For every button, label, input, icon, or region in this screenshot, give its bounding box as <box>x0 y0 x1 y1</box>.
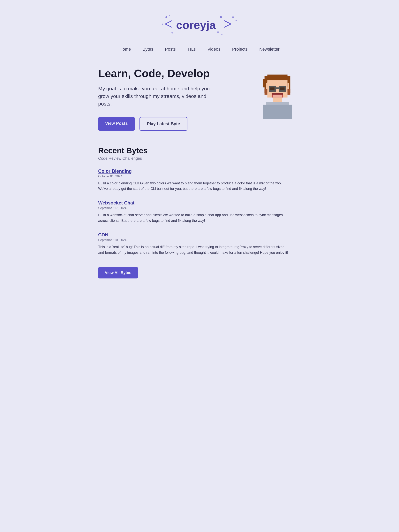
byte-date-2: September 17, 2024 <box>98 206 301 210</box>
svg-rect-41 <box>288 89 290 95</box>
recent-bytes-subtitle: Code Review Challenges <box>98 156 301 161</box>
recent-bytes-section: Recent Bytes Code Review Challenges Colo… <box>92 146 307 290</box>
byte-link-3[interactable]: CDN <box>98 232 108 238</box>
svg-point-2 <box>162 24 163 25</box>
svg-rect-31 <box>285 86 286 92</box>
svg-point-11 <box>169 15 170 16</box>
view-posts-button[interactable]: View Posts <box>98 117 135 131</box>
svg-point-6 <box>232 16 234 18</box>
main-nav: Home Bytes Posts TILs Videos Projects Ne… <box>0 41 399 56</box>
byte-desc-2: Build a websocket chat server and client… <box>98 212 289 223</box>
svg-point-1 <box>165 16 167 18</box>
svg-point-10 <box>171 32 173 33</box>
byte-item-3: CDN September 10, 2024 This is a 'real l… <box>98 232 301 255</box>
byte-link-1[interactable]: Color Blending <box>98 168 132 174</box>
nav-tils[interactable]: TILs <box>187 47 196 52</box>
hero-section: Learn, Code, Develop My goal is to make … <box>92 67 307 131</box>
byte-desc-1: Build a color blending CLI! Given two co… <box>98 181 289 192</box>
hero-avatar <box>254 72 301 126</box>
site-logo-svg: < coreyja > <box>161 12 238 37</box>
svg-rect-39 <box>263 105 292 119</box>
play-latest-byte-button[interactable]: Play Latest Byte <box>140 117 187 131</box>
svg-point-9 <box>221 34 223 35</box>
byte-link-2[interactable]: Websocket Chat <box>98 200 135 206</box>
nav-projects[interactable]: Projects <box>232 47 248 52</box>
byte-date-1: October 01, 2024 <box>98 175 301 178</box>
byte-item-2: Websocket Chat September 17, 2024 Build … <box>98 200 301 223</box>
nav-home[interactable]: Home <box>119 47 131 52</box>
hero-subtitle: My goal is to make you feel at home and … <box>98 85 211 108</box>
byte-date-3: September 10, 2024 <box>98 238 301 242</box>
svg-rect-25 <box>275 86 276 92</box>
hero-text-block: Learn, Code, Develop My goal is to make … <box>98 67 211 131</box>
svg-point-8 <box>217 31 219 33</box>
recent-bytes-title: Recent Bytes <box>98 146 301 155</box>
svg-rect-36 <box>273 95 282 98</box>
svg-rect-33 <box>276 88 279 89</box>
nav-newsletter[interactable]: Newsletter <box>259 47 280 52</box>
svg-rect-32 <box>280 88 285 90</box>
svg-text:<: < <box>164 15 173 32</box>
hero-title: Learn, Code, Develop <box>98 67 211 79</box>
nav-bytes[interactable]: Bytes <box>143 47 153 52</box>
svg-point-5 <box>220 16 222 18</box>
svg-text:>: > <box>223 15 232 32</box>
site-logo-wrap[interactable]: < coreyja > <box>161 12 238 37</box>
svg-rect-30 <box>279 86 280 92</box>
byte-desc-3: This is a 'real life' bug! This is an ac… <box>98 244 289 255</box>
nav-videos[interactable]: Videos <box>207 47 220 52</box>
svg-rect-37 <box>273 98 282 102</box>
nav-posts[interactable]: Posts <box>165 47 176 52</box>
avatar-svg <box>254 72 301 126</box>
site-header: < coreyja > <box>0 0 399 41</box>
svg-text:coreyja: coreyja <box>176 19 216 31</box>
svg-rect-26 <box>270 88 275 90</box>
svg-rect-24 <box>269 86 270 92</box>
byte-item-1: Color Blending October 01, 2024 Build a … <box>98 168 301 192</box>
svg-rect-35 <box>272 93 283 95</box>
svg-point-7 <box>236 20 237 21</box>
view-all-bytes-button[interactable]: View All Bytes <box>98 267 138 279</box>
hero-buttons: View Posts Play Latest Byte <box>98 117 211 131</box>
svg-rect-40 <box>264 89 268 95</box>
